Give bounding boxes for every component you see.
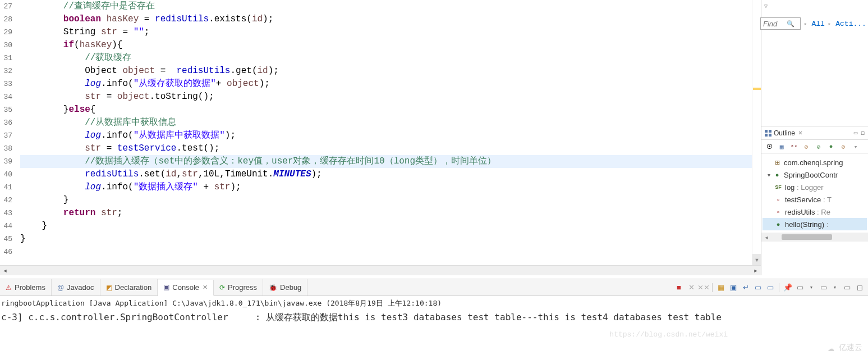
outline-close-icon[interactable]: ✕ (798, 129, 802, 137)
watermark: ☁ 亿速云 (828, 340, 862, 355)
pin-console-icon[interactable]: 📌 (783, 283, 793, 293)
outline-menu-icon[interactable]: ▾ (851, 142, 860, 151)
find-input[interactable] (763, 20, 787, 28)
outline-field-row[interactable]: ▫ testService : T (763, 193, 867, 206)
clear-console-icon[interactable]: ▦ (716, 283, 726, 293)
find-activate-link[interactable]: Acti... (835, 20, 866, 28)
tab-label: Javadoc (67, 283, 94, 292)
console-icon: ▣ (163, 283, 169, 291)
line-gutter: 2728293031323334353637383940414243444546 (0, 0, 15, 265)
dropdown-icon[interactable]: ▾ (806, 283, 816, 293)
tab-label: Problems (15, 283, 45, 292)
console-toolbar: ■ ✕ ⨯⨯ ▦ ▣ ↵ ▭ ▭ 📌 ▭ ▾ ▭ ▾ ▭ ◻ (674, 283, 868, 293)
debug-icon: 🐞 (269, 284, 277, 292)
outline-class-row[interactable]: ▾ ● SpringBootContr (763, 169, 867, 181)
dropdown-icon[interactable]: ▾ (830, 283, 840, 293)
maximize-icon[interactable]: ◻ (855, 283, 865, 293)
bottom-tabs-row: ⚠ Problems @ Javadoc ◩ Declaration ▣ Con… (0, 279, 868, 296)
tab-label: Console (172, 283, 199, 292)
outline-package-row[interactable]: ⊞ com.chenqi.spring (763, 156, 867, 169)
word-wrap-icon[interactable]: ↵ (741, 283, 751, 293)
problems-icon: ⚠ (6, 284, 12, 292)
tab-javadoc[interactable]: @ Javadoc (52, 279, 100, 296)
hscroll-right-icon[interactable]: ▸ (751, 266, 761, 276)
tab-close-icon[interactable]: ✕ (203, 284, 208, 291)
outline-icon (765, 130, 771, 137)
hide-nonpublic-icon[interactable]: ● (826, 142, 835, 151)
svg-rect-2 (765, 134, 768, 137)
svg-rect-1 (769, 130, 771, 133)
remove-launch-icon[interactable]: ✕ (686, 283, 696, 293)
outline-label: log : Logger (785, 183, 824, 192)
svg-rect-3 (769, 134, 771, 137)
static-final-icon: SF (774, 184, 783, 190)
collapse-icon[interactable]: ▾ (765, 172, 773, 178)
find-panel: ▽ 🔍 ▸ All ▸ Acti... (761, 0, 868, 126)
show-standard-out-icon[interactable]: ▭ (753, 283, 763, 293)
console-output[interactable]: c-3] c.c.s.controller.SpringBootControll… (0, 311, 868, 325)
tab-problems[interactable]: ⚠ Problems (0, 279, 52, 296)
editor-scroll-down-icon[interactable]: ▾ (752, 254, 761, 265)
field-icon: ▫ (774, 208, 783, 215)
outline-title: Outline (774, 129, 795, 137)
collapse-panel-icon[interactable]: ▽ (764, 3, 768, 10)
ruler-warning-mark[interactable] (753, 88, 761, 90)
outline-maximize-icon[interactable]: ◻ (861, 129, 865, 137)
hide-local-icon[interactable]: ⊘ (839, 142, 848, 151)
cloud-icon: ☁ (828, 340, 834, 355)
find-dropdown-icon[interactable]: ▸ (828, 21, 831, 27)
minimize-icon[interactable]: ▭ (842, 283, 852, 293)
outline-label: SpringBootContr (784, 171, 838, 179)
method-icon: ● (774, 221, 783, 228)
outline-panel: Outline ✕ ▭ ◻ ⦿ ▦ ᵃᶻ ⊘ ⊘ ● ⊘ ▾ ⊞ (761, 126, 868, 275)
find-dropdown-icon[interactable]: ▸ (804, 21, 807, 27)
outline-field-row[interactable]: ▫ redisUtils : Re (763, 206, 867, 218)
outline-tree[interactable]: ⊞ com.chenqi.spring ▾ ● SpringBootContr … (761, 154, 868, 233)
tab-console[interactable]: ▣ Console ✕ (158, 280, 214, 296)
tab-label: Progress (228, 283, 257, 292)
watermark-brand: 亿速云 (839, 343, 862, 353)
tab-label: Debug (280, 283, 301, 292)
tab-label: Declaration (115, 283, 152, 292)
outline-field-row[interactable]: SF log : Logger (763, 181, 867, 193)
display-selected-console-icon[interactable]: ▭ (795, 283, 805, 293)
show-standard-err-icon[interactable]: ▭ (765, 283, 775, 293)
tab-progress[interactable]: ⟳ Progress (214, 279, 263, 296)
link-icon[interactable]: ▦ (777, 142, 786, 151)
outline-minimize-icon[interactable]: ▭ (854, 129, 858, 137)
console-launch-info: ringbootApplication [Java Application] C… (0, 296, 868, 311)
terminate-icon[interactable]: ■ (674, 283, 684, 293)
class-icon: ● (773, 171, 782, 178)
search-icon[interactable]: 🔍 (787, 20, 794, 28)
tab-declaration[interactable]: ◩ Declaration (100, 279, 158, 296)
find-input-container: 🔍 (760, 17, 801, 30)
open-console-icon[interactable]: ▭ (819, 283, 829, 293)
find-all-link[interactable]: All (811, 20, 824, 28)
focus-icon[interactable]: ⦿ (765, 142, 774, 151)
editor-horizontal-scrollbar[interactable]: ◂ ▸ (0, 265, 761, 275)
hide-static-icon[interactable]: ⊘ (814, 142, 823, 151)
remove-all-icon[interactable]: ⨯⨯ (699, 283, 709, 293)
field-icon: ▫ (774, 196, 783, 203)
outline-horizontal-scrollbar[interactable]: ◂ (761, 233, 868, 242)
outline-toolbar: ⦿ ▦ ᵃᶻ ⊘ ⊘ ● ⊘ ▾ (761, 140, 868, 154)
javadoc-icon: @ (57, 284, 64, 292)
overview-ruler[interactable]: ▾ (752, 0, 761, 265)
declaration-icon: ◩ (106, 284, 112, 292)
sort-icon[interactable]: ᵃᶻ (789, 142, 798, 151)
outline-label: com.chenqi.spring (784, 158, 843, 167)
package-icon: ⊞ (773, 159, 782, 166)
outline-label: testService : T (785, 196, 832, 204)
outline-method-row[interactable]: ● hello(String) : (763, 218, 867, 230)
hscroll-left-icon[interactable]: ◂ (0, 266, 10, 276)
watermark-url: https://blog.csdn.net/weixi (609, 330, 728, 339)
svg-rect-0 (765, 130, 768, 133)
outline-label: hello(String) : (785, 220, 828, 229)
code-content[interactable]: //查询缓存中是否存在 boolean hasKey = redisUtils.… (15, 0, 752, 265)
bottom-panel: ⚠ Problems @ Javadoc ◩ Declaration ▣ Con… (0, 279, 868, 325)
scroll-lock-icon[interactable]: ▣ (728, 283, 738, 293)
outline-label: redisUtils : Re (785, 208, 830, 216)
tab-debug[interactable]: 🐞 Debug (263, 279, 307, 296)
hide-fields-icon[interactable]: ⊘ (802, 142, 811, 151)
progress-icon: ⟳ (219, 284, 225, 292)
